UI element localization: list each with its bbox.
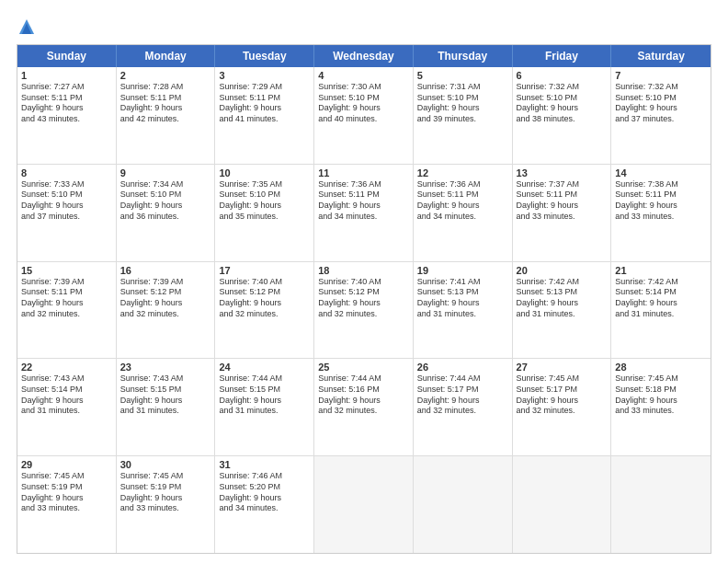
cell-line-0: Sunrise: 7:44 AM [219,373,310,385]
cell-line-3: and 36 minutes. [120,212,211,223]
cell-line-0: Sunrise: 7:40 AM [318,277,409,288]
day-cell-22: 22Sunrise: 7:43 AMSunset: 5:14 PMDayligh… [17,359,117,455]
cell-line-3: and 31 minutes. [120,406,211,417]
cell-line-0: Sunrise: 7:38 AM [615,179,707,190]
header-day-tuesday: Tuesday [215,45,314,67]
day-cell-18: 18Sunrise: 7:40 AMSunset: 5:12 PMDayligh… [314,262,414,359]
cell-line-1: Sunset: 5:15 PM [120,385,211,396]
cell-line-2: Daylight: 9 hours [120,298,211,309]
cell-line-1: Sunset: 5:19 PM [120,482,211,493]
cell-line-3: and 37 minutes. [21,212,112,223]
cell-line-3: and 37 minutes. [615,114,707,125]
cell-line-1: Sunset: 5:10 PM [318,93,409,104]
day-number: 30 [120,459,211,470]
header-day-saturday: Saturday [611,45,711,67]
day-number: 15 [21,265,112,276]
day-cell-26: 26Sunrise: 7:44 AMSunset: 5:17 PMDayligh… [414,359,513,455]
cell-line-2: Daylight: 9 hours [219,103,310,114]
empty-cell [314,456,414,553]
page: SundayMondayTuesdayWednesdayThursdayFrid… [0,0,728,563]
cell-line-1: Sunset: 5:18 PM [615,385,707,396]
calendar-body: 1Sunrise: 7:27 AMSunset: 5:11 PMDaylight… [17,67,711,553]
day-cell-14: 14Sunrise: 7:38 AMSunset: 5:11 PMDayligh… [611,165,711,261]
day-cell-30: 30Sunrise: 7:45 AMSunset: 5:19 PMDayligh… [117,456,216,553]
cell-line-0: Sunrise: 7:40 AM [219,277,310,288]
day-number: 1 [21,70,112,81]
cell-line-2: Daylight: 9 hours [615,201,707,212]
day-number: 10 [219,167,310,178]
cell-line-3: and 33 minutes. [615,406,707,417]
cell-line-2: Daylight: 9 hours [120,201,211,212]
calendar-header: SundayMondayTuesdayWednesdayThursdayFrid… [17,45,711,67]
cell-line-1: Sunset: 5:13 PM [517,287,608,298]
header-day-wednesday: Wednesday [314,45,414,67]
cell-line-3: and 32 minutes. [318,406,409,417]
cell-line-1: Sunset: 5:11 PM [318,190,409,201]
header [17,17,711,37]
cell-line-2: Daylight: 9 hours [318,396,409,407]
cell-line-3: and 41 minutes. [219,114,310,125]
day-cell-5: 5Sunrise: 7:31 AMSunset: 5:10 PMDaylight… [414,67,513,164]
day-number: 16 [120,265,211,276]
cell-line-0: Sunrise: 7:36 AM [318,179,409,190]
cell-line-1: Sunset: 5:11 PM [120,93,211,104]
day-cell-1: 1Sunrise: 7:27 AMSunset: 5:11 PMDaylight… [17,67,117,164]
cell-line-1: Sunset: 5:14 PM [21,385,112,396]
day-cell-7: 7Sunrise: 7:32 AMSunset: 5:10 PMDaylight… [611,67,711,164]
day-cell-19: 19Sunrise: 7:41 AMSunset: 5:13 PMDayligh… [414,262,513,359]
header-day-friday: Friday [513,45,612,67]
cell-line-0: Sunrise: 7:30 AM [318,82,409,93]
cell-line-0: Sunrise: 7:31 AM [417,82,508,93]
cell-line-1: Sunset: 5:11 PM [417,190,508,201]
cell-line-0: Sunrise: 7:39 AM [120,277,211,288]
cell-line-3: and 43 minutes. [21,114,112,125]
cell-line-1: Sunset: 5:17 PM [517,385,608,396]
day-number: 8 [21,167,112,178]
cell-line-2: Daylight: 9 hours [219,298,310,309]
cell-line-2: Daylight: 9 hours [417,103,508,114]
header-day-thursday: Thursday [414,45,513,67]
cell-line-2: Daylight: 9 hours [417,396,508,407]
cell-line-3: and 31 minutes. [417,309,508,320]
day-cell-27: 27Sunrise: 7:45 AMSunset: 5:17 PMDayligh… [513,359,612,455]
cell-line-1: Sunset: 5:12 PM [318,287,409,298]
cell-line-0: Sunrise: 7:45 AM [615,373,707,385]
cell-line-0: Sunrise: 7:45 AM [517,373,608,385]
cell-line-3: and 32 minutes. [417,406,508,417]
empty-cell [414,456,513,553]
day-cell-25: 25Sunrise: 7:44 AMSunset: 5:16 PMDayligh… [314,359,414,455]
cell-line-2: Daylight: 9 hours [21,493,112,504]
cell-line-0: Sunrise: 7:41 AM [417,277,508,288]
cell-line-3: and 39 minutes. [417,114,508,125]
day-number: 31 [219,459,310,470]
header-day-sunday: Sunday [17,45,117,67]
cell-line-0: Sunrise: 7:45 AM [120,471,211,482]
cell-line-0: Sunrise: 7:36 AM [417,179,508,190]
day-number: 9 [120,167,211,178]
cell-line-1: Sunset: 5:12 PM [219,287,310,298]
cell-line-3: and 33 minutes. [615,212,707,223]
cell-line-1: Sunset: 5:10 PM [21,190,112,201]
cell-line-1: Sunset: 5:10 PM [417,93,508,104]
cell-line-0: Sunrise: 7:46 AM [219,471,310,482]
day-number: 4 [318,70,409,81]
day-number: 7 [615,70,707,81]
cell-line-2: Daylight: 9 hours [318,201,409,212]
day-number: 21 [615,265,707,276]
cell-line-2: Daylight: 9 hours [318,298,409,309]
day-cell-8: 8Sunrise: 7:33 AMSunset: 5:10 PMDaylight… [17,165,117,261]
cell-line-3: and 31 minutes. [219,406,310,417]
day-cell-20: 20Sunrise: 7:42 AMSunset: 5:13 PMDayligh… [513,262,612,359]
cell-line-3: and 42 minutes. [120,114,211,125]
day-number: 2 [120,70,211,81]
cell-line-1: Sunset: 5:11 PM [219,93,310,104]
day-number: 20 [517,265,608,276]
cell-line-3: and 34 minutes. [417,212,508,223]
cell-line-1: Sunset: 5:14 PM [615,287,707,298]
cell-line-3: and 31 minutes. [615,309,707,320]
cell-line-1: Sunset: 5:10 PM [517,93,608,104]
cell-line-2: Daylight: 9 hours [417,298,508,309]
empty-cell [611,456,711,553]
day-number: 28 [615,362,707,373]
cell-line-3: and 35 minutes. [219,212,310,223]
